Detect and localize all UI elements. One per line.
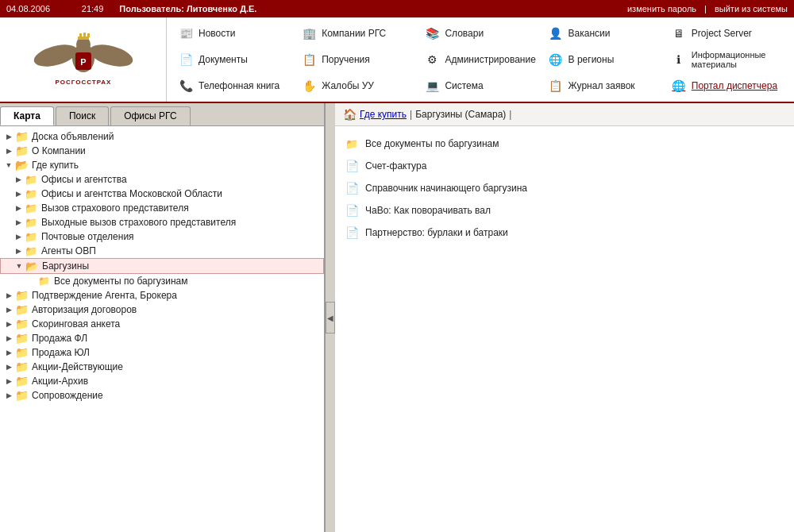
tree-item-ovp-agents[interactable]: ▶ 📁 Агенты ОВП (0, 244, 324, 258)
left-panel-wrapper: Карта Поиск Офисы РГС ▶ 📁 Доска объявлен… (0, 103, 335, 532)
tree-item-post-offices[interactable]: ▶ 📁 Почтовые отделения (0, 229, 324, 244)
tree-item-where-to-buy[interactable]: ▼ 📂 Где купить (0, 158, 324, 172)
folder-sale-fl-icon: 📁 (14, 333, 29, 344)
user-label: Пользователь: (119, 4, 184, 13)
system-icon: 💻 (424, 78, 440, 94)
tree-item-all-barguzin-docs[interactable]: ▶ 📁 Все документы по баргузинам (0, 274, 324, 288)
nav-complaints[interactable]: ✋ Жалобы УУ (296, 74, 418, 98)
nav-news[interactable]: 📰 Новости (173, 21, 295, 45)
tree-item-scoring[interactable]: ▶ 📁 Скоринговая анкета (0, 317, 324, 331)
toggle-actions-active[interactable]: ▶ (3, 361, 14, 372)
toggle-scoring[interactable]: ▶ (3, 318, 14, 330)
toggle-offices-mo[interactable]: ▶ (13, 188, 24, 199)
doc-item-faq[interactable]: 📄 ЧаВо: Как поворачивать вал (335, 199, 794, 222)
nav-portal-label: Портал диспетчера (692, 80, 777, 91)
doc-item-all-docs[interactable]: 📁 Все документы по баргузинам (335, 133, 794, 155)
nav-project-server[interactable]: 🖥 Project Server (666, 21, 788, 45)
tab-search[interactable]: Поиск (56, 106, 109, 125)
toggle-post-offices[interactable]: ▶ (13, 231, 24, 242)
breadcrumb-where-to-buy[interactable]: Где купить (360, 109, 407, 120)
documents-icon: 📄 (178, 52, 194, 67)
tree-item-board[interactable]: ▶ 📁 Доска объявлений (0, 129, 324, 144)
tree-item-offices-mo[interactable]: ▶ 📁 Офисы и агентства Московской Области (0, 187, 324, 201)
folder-actions-active-icon: 📁 (14, 361, 29, 372)
folder-all-barguzin-docs-icon: 📁 (37, 276, 51, 287)
nav-dictionaries[interactable]: 📚 Словари (419, 21, 541, 45)
svg-rect-7 (87, 33, 90, 37)
claims-icon: 📋 (548, 78, 564, 94)
nav-documents[interactable]: 📄 Документы (173, 47, 295, 71)
tree-item-company[interactable]: ▶ 📁 О Компании (0, 144, 324, 158)
nav-phonebook[interactable]: 📞 Телефонная книга (173, 74, 295, 98)
home-icon: 🏠 (343, 108, 357, 121)
nav-vacancies-label: Вакансии (569, 28, 611, 39)
toggle-weekend-call[interactable]: ▶ (13, 217, 24, 228)
date: 04.08.2006 (6, 4, 50, 13)
folder-scoring-icon: 📁 (14, 318, 29, 330)
tree-item-actions-archive[interactable]: ▶ 📁 Акции-Архив (0, 374, 324, 388)
tree-item-weekend-call[interactable]: ▶ 📁 Выходные вызов страхового представит… (0, 215, 324, 229)
tab-map[interactable]: Карта (0, 106, 54, 125)
toggle-board[interactable]: ▶ (3, 131, 14, 142)
nav-info-materials[interactable]: ℹ Информационные материалы (666, 47, 788, 71)
nav-admin[interactable]: ⚙ Администрирование (419, 47, 541, 71)
tree-item-insurance-call[interactable]: ▶ 📁 Вызов страхового представителя (0, 201, 324, 215)
toggle-sale-ul[interactable]: ▶ (3, 347, 14, 358)
top-bar: 04.08.2006 21:49 Пользователь: Литовченк… (0, 0, 794, 17)
tree-item-auth-contracts[interactable]: ▶ 📁 Авторизация договоров (0, 303, 324, 317)
nav-system[interactable]: 💻 Система (419, 74, 541, 98)
toggle-sale-fl[interactable]: ▶ (3, 333, 14, 344)
tree-item-agent-broker[interactable]: ▶ 📁 Подтверждение Агента, Брокера (0, 288, 324, 303)
nav-regions[interactable]: 🌐 В регионы (543, 47, 665, 71)
nav-vacancies[interactable]: 👤 Вакансии (543, 21, 665, 45)
toggle-ovp-agents[interactable]: ▶ (13, 245, 24, 256)
toggle-where-to-buy[interactable]: ▼ (3, 160, 14, 171)
doc-item-guide[interactable]: 📄 Справочник начинающего баргузина (335, 177, 794, 199)
doc-icon-2: 📄 (345, 181, 359, 195)
nav-rgs-companies[interactable]: 🏢 Компании РГС (296, 21, 418, 45)
toggle-agent-broker[interactable]: ▶ (3, 290, 14, 301)
toggle-auth-contracts[interactable]: ▶ (3, 304, 14, 315)
toggle-barguziny[interactable]: ▼ (13, 260, 25, 272)
nav-documents-label: Документы (198, 54, 248, 65)
vacancies-icon: 👤 (548, 25, 564, 41)
toggle-insurance-call[interactable]: ▶ (13, 202, 24, 214)
user-info: Пользователь: Литовченко Д.Е. (119, 4, 627, 13)
tree-item-barguziny[interactable]: ▼ 📂 Баргузины (0, 258, 324, 274)
toggle-company[interactable]: ▶ (3, 145, 14, 156)
tree-item-post-offices-label: Почтовые отделения (41, 231, 134, 242)
toggle-actions-archive[interactable]: ▶ (3, 376, 14, 387)
change-password-link[interactable]: изменить пароль (627, 4, 696, 13)
doc-item-partnership[interactable]: 📄 Партнерство: бурлаки и батраки (335, 222, 794, 244)
tree-item-agent-broker-label: Подтверждение Агента, Брокера (32, 290, 177, 301)
nav-admin-label: Администрирование (445, 54, 535, 65)
nav-portal[interactable]: 🌐 Портал диспетчера (666, 74, 788, 98)
doc-label-4: Партнерство: бурлаки и батраки (365, 227, 508, 238)
nav-claims[interactable]: 📋 Журнал заявок (543, 74, 665, 98)
breadcrumb-sep2: | (509, 109, 511, 120)
project-server-icon: 🖥 (671, 25, 687, 41)
svg-text:РОСГОССТРАХ: РОСГОССТРАХ (55, 79, 111, 86)
tree-item-sale-fl-label: Продажа ФЛ (32, 333, 87, 344)
tree-item-sale-ul[interactable]: ▶ 📁 Продажа ЮЛ (0, 345, 324, 360)
tree-item-actions-active[interactable]: ▶ 📁 Акции-Действующие (0, 360, 324, 374)
svg-rect-6 (83, 33, 86, 37)
nav-orders[interactable]: 📋 Поручения (296, 47, 418, 71)
toggle-offices-agencies[interactable]: ▶ (13, 174, 24, 185)
tree-item-offices-agencies[interactable]: ▶ 📁 Офисы и агентства (0, 172, 324, 187)
doc-icon-3: 📄 (345, 203, 359, 218)
folder-weekend-call-icon: 📁 (24, 217, 38, 228)
logout-link[interactable]: выйти из системы (715, 4, 788, 13)
collapse-handle[interactable]: ◀ (326, 302, 335, 333)
toggle-support[interactable]: ▶ (3, 390, 14, 401)
doc-list: 📁 Все документы по баргузинам 📄 Счет-фак… (335, 126, 794, 532)
tree-item-support[interactable]: ▶ 📁 Сопровождение (0, 388, 324, 403)
nav-project-server-label: Project Server (692, 28, 752, 39)
tree-area[interactable]: ▶ 📁 Доска объявлений ▶ 📁 О Компании ▼ 📂 … (0, 126, 324, 532)
doc-item-invoice[interactable]: 📄 Счет-фактура (335, 155, 794, 177)
folder-sale-ul-icon: 📁 (14, 347, 29, 358)
tree-item-sale-fl[interactable]: ▶ 📁 Продажа ФЛ (0, 331, 324, 345)
folder-where-to-buy-icon: 📂 (14, 160, 29, 171)
tabs: Карта Поиск Офисы РГС (0, 103, 324, 126)
tab-offices[interactable]: Офисы РГС (110, 106, 191, 125)
